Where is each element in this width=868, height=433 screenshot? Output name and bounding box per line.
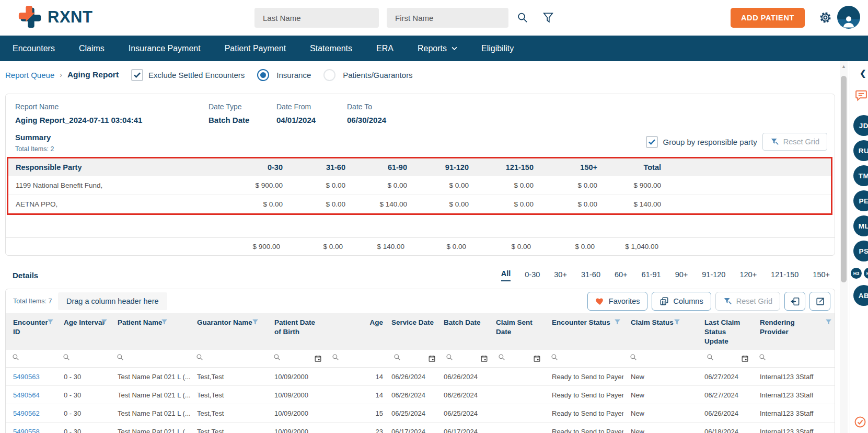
nav-item[interactable]: Insurance Payment bbox=[129, 44, 201, 53]
summary-reset-grid-button[interactable]: Reset Grid bbox=[762, 133, 827, 151]
search-icon[interactable] bbox=[196, 354, 203, 361]
sidebar-user-avatar-ab[interactable]: AB bbox=[853, 285, 868, 306]
calendar-icon[interactable] bbox=[533, 355, 541, 362]
column-filter-icon[interactable] bbox=[47, 318, 54, 325]
column-filter-cell[interactable] bbox=[753, 350, 835, 368]
aging-tab[interactable]: 91-120 bbox=[702, 270, 725, 281]
column-filter-cell[interactable] bbox=[110, 350, 190, 368]
column-filter-icon[interactable] bbox=[825, 318, 832, 325]
col-91-120[interactable]: 91-120 bbox=[412, 158, 474, 176]
sidebar-badge[interactable]: H3 bbox=[864, 268, 868, 279]
col-31-60[interactable]: 31-60 bbox=[288, 158, 351, 176]
column-filter-cell[interactable] bbox=[492, 350, 545, 368]
column-filter-cell[interactable] bbox=[267, 350, 326, 368]
column-filter-icon[interactable] bbox=[101, 318, 108, 325]
chat-icon[interactable] bbox=[854, 88, 868, 104]
nav-item[interactable]: Claims bbox=[79, 44, 105, 53]
col-service-date[interactable]: Service Date bbox=[387, 313, 439, 350]
search-icon[interactable] bbox=[498, 354, 505, 361]
column-filter-icon[interactable] bbox=[161, 318, 168, 325]
summary-row[interactable]: 1199 National Benefit Fund, $ 900.00$ 0.… bbox=[8, 176, 831, 195]
vertical-scrollbar[interactable]: ▲ bbox=[840, 61, 848, 433]
aging-tab[interactable]: 60+ bbox=[615, 270, 628, 281]
col-claim-sent-date[interactable]: Claim Sent Date bbox=[492, 313, 545, 350]
calendar-icon[interactable] bbox=[428, 355, 436, 362]
column-filter-cell[interactable] bbox=[190, 350, 267, 368]
task-check-icon[interactable] bbox=[854, 416, 866, 430]
aging-tab[interactable]: 90+ bbox=[675, 270, 688, 281]
column-filter-cell[interactable] bbox=[700, 350, 753, 368]
last-name-input[interactable] bbox=[254, 8, 379, 28]
breadcrumb-report-queue[interactable]: Report Queue bbox=[5, 71, 54, 79]
col-age-interval[interactable]: Age Interval bbox=[56, 313, 110, 350]
aging-tab[interactable]: 30+ bbox=[554, 270, 567, 281]
sidebar-user-avatar[interactable]: TM bbox=[853, 165, 868, 186]
search-icon[interactable] bbox=[551, 354, 558, 361]
col-patient-dob[interactable]: Patient Date of Birth bbox=[267, 313, 326, 350]
sidebar-collapse-icon[interactable]: ❮ bbox=[860, 69, 866, 78]
aging-tab[interactable]: 150+ bbox=[813, 270, 830, 281]
favorites-button[interactable]: Favorites bbox=[587, 292, 648, 311]
export-button[interactable] bbox=[809, 292, 830, 311]
search-icon[interactable] bbox=[63, 354, 70, 361]
col-claim-status[interactable]: Claim Status bbox=[623, 313, 700, 350]
search-icon[interactable] bbox=[630, 354, 637, 361]
detail-row[interactable]: 5490563 0 - 30 Test Name Pat 021 L (... … bbox=[6, 368, 835, 386]
sidebar-badge[interactable]: H3 bbox=[851, 268, 862, 279]
col-rendering-provider[interactable]: Rendering Provider bbox=[753, 313, 835, 350]
first-name-input[interactable] bbox=[387, 8, 508, 28]
gear-icon[interactable] bbox=[818, 10, 832, 25]
encounter-id-link[interactable]: 5490563 bbox=[13, 373, 40, 381]
exclude-settled-checkbox[interactable] bbox=[131, 69, 143, 81]
summary-row[interactable]: AETNA PPO, $ 0.00$ 0.00 $ 140.00$ 0.00 $… bbox=[8, 195, 831, 214]
col-encounter-status[interactable]: Encounter Status bbox=[545, 313, 623, 350]
detail-row[interactable]: 5490562 0 - 30 Test Name Pat 021 L (... … bbox=[6, 404, 835, 423]
detail-row[interactable]: 5490564 0 - 30 Test Name Pat 021 L (... … bbox=[6, 386, 835, 404]
search-icon[interactable] bbox=[516, 12, 528, 24]
search-icon[interactable] bbox=[273, 354, 281, 361]
group-by-checkbox[interactable] bbox=[646, 136, 658, 148]
nav-item[interactable]: Patient Payment bbox=[225, 44, 286, 53]
col-121-150[interactable]: 121-150 bbox=[474, 158, 539, 176]
sidebar-user-avatar[interactable]: ML bbox=[853, 215, 868, 236]
calendar-icon[interactable] bbox=[480, 355, 488, 362]
filter-funnel-icon[interactable] bbox=[542, 12, 554, 24]
user-avatar[interactable] bbox=[837, 6, 860, 29]
encounter-id-link[interactable]: 5490562 bbox=[13, 409, 40, 417]
col-batch-date[interactable]: Batch Date bbox=[439, 313, 492, 350]
column-filter-icon[interactable] bbox=[614, 318, 621, 325]
aging-tab[interactable]: 121-150 bbox=[771, 270, 798, 281]
search-icon[interactable] bbox=[759, 354, 766, 361]
col-0-30[interactable]: 0-30 bbox=[241, 158, 288, 176]
calendar-icon[interactable] bbox=[314, 355, 322, 362]
nav-item[interactable]: Reports bbox=[418, 44, 457, 53]
scrollbar-thumb[interactable] bbox=[841, 76, 847, 282]
scroll-up-arrow[interactable]: ▲ bbox=[840, 64, 848, 69]
detail-row[interactable]: 5490558 0 - 30 Test Name Pat 021 L (... … bbox=[6, 423, 835, 433]
aging-tab[interactable]: All bbox=[501, 269, 511, 281]
patients-guarantors-radio[interactable] bbox=[323, 69, 335, 81]
col-150plus[interactable]: 150+ bbox=[539, 158, 603, 176]
col-responsible-party[interactable]: Responsible Party bbox=[8, 158, 241, 176]
col-last-claim-status-update[interactable]: Last Claim Status Update bbox=[700, 313, 753, 350]
sidebar-user-avatar[interactable]: PE bbox=[853, 190, 868, 211]
nav-item[interactable]: Encounters bbox=[13, 44, 55, 53]
col-61-90[interactable]: 61-90 bbox=[351, 158, 412, 176]
column-filter-cell[interactable] bbox=[326, 350, 387, 368]
sidebar-user-avatar[interactable]: PS bbox=[853, 241, 868, 261]
col-total[interactable]: Total bbox=[603, 158, 666, 176]
aging-tab[interactable]: 31-60 bbox=[581, 270, 600, 281]
aging-tab[interactable]: 0-30 bbox=[525, 270, 540, 281]
search-icon[interactable] bbox=[117, 354, 124, 361]
column-filter-icon[interactable] bbox=[674, 318, 680, 325]
columns-button[interactable]: Columns bbox=[652, 292, 711, 311]
col-guarantor-name[interactable]: Guarantor Name bbox=[190, 313, 267, 350]
column-drag-hint[interactable]: Drag a column header here bbox=[58, 292, 167, 310]
column-filter-cell[interactable] bbox=[6, 350, 56, 368]
column-filter-icon[interactable] bbox=[252, 318, 259, 325]
nav-item[interactable]: Eligibility bbox=[481, 44, 514, 53]
column-filter-cell[interactable] bbox=[623, 350, 700, 368]
nav-item[interactable]: ERA bbox=[376, 44, 394, 53]
nav-item[interactable]: Statements bbox=[310, 44, 352, 53]
column-filter-cell[interactable] bbox=[387, 350, 439, 368]
